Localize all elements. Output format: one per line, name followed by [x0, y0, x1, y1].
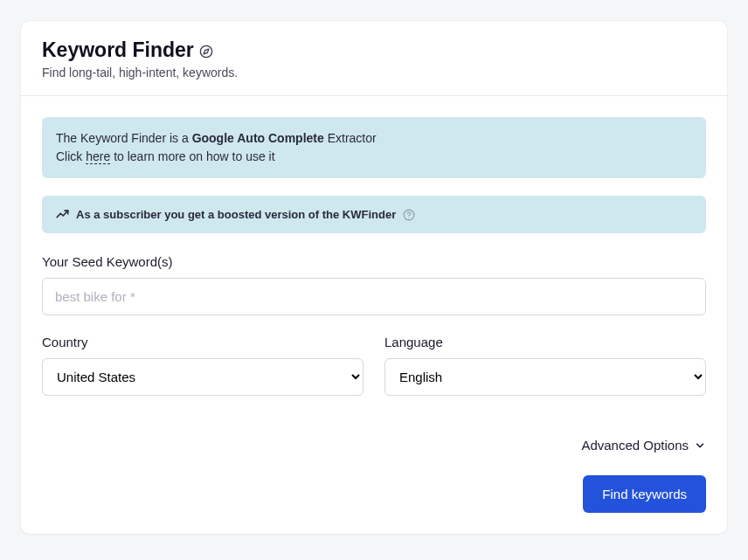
compass-icon — [199, 45, 213, 59]
language-group: Language English — [384, 335, 706, 396]
find-keywords-button[interactable]: Find keywords — [583, 475, 706, 513]
boost-banner: As a subscriber you get a boosted versio… — [42, 196, 706, 233]
seed-keyword-group: Your Seed Keyword(s) — [42, 254, 706, 315]
country-group: Country United States — [42, 335, 364, 396]
info-banner: The Keyword Finder is a Google Auto Comp… — [42, 117, 706, 178]
info-prefix: The Keyword Finder is a — [56, 131, 192, 145]
language-label: Language — [384, 335, 706, 349]
boost-text: As a subscriber you get a boosted versio… — [76, 208, 396, 221]
seed-keyword-label: Your Seed Keyword(s) — [42, 254, 706, 269]
info-line-2: Click here to learn more on how to use i… — [56, 148, 692, 166]
card-header: Keyword Finder Find long-tail, high-inte… — [21, 21, 727, 96]
info-suffix: Extractor — [324, 131, 377, 145]
advanced-options-toggle[interactable]: Advanced Options — [42, 438, 706, 453]
button-row: Find keywords — [42, 475, 706, 513]
seed-keyword-input[interactable] — [42, 278, 706, 315]
svg-marker-1 — [204, 49, 209, 54]
help-circle-icon[interactable] — [403, 209, 415, 221]
info-line-1: The Keyword Finder is a Google Auto Comp… — [56, 129, 692, 148]
country-select[interactable]: United States — [42, 358, 364, 396]
info-bold: Google Auto Complete — [192, 131, 324, 145]
learn-more-link[interactable]: here — [86, 149, 110, 164]
page-subtitle: Find long-tail, high-intent, keywords. — [42, 66, 706, 80]
card-body: The Keyword Finder is a Google Auto Comp… — [21, 96, 727, 534]
keyword-finder-card: Keyword Finder Find long-tail, high-inte… — [21, 21, 727, 534]
page-title: Keyword Finder — [42, 38, 194, 62]
country-language-row: Country United States Language English — [42, 335, 706, 415]
trending-up-icon — [56, 208, 69, 221]
info-line2-prefix: Click — [56, 149, 86, 163]
language-select[interactable]: English — [384, 358, 706, 396]
advanced-options-label: Advanced Options — [581, 438, 689, 453]
info-line2-suffix: to learn more on how to use it — [110, 149, 274, 163]
chevron-down-icon — [694, 439, 706, 452]
title-row: Keyword Finder — [42, 38, 706, 62]
country-label: Country — [42, 335, 364, 349]
svg-point-0 — [200, 45, 211, 57]
